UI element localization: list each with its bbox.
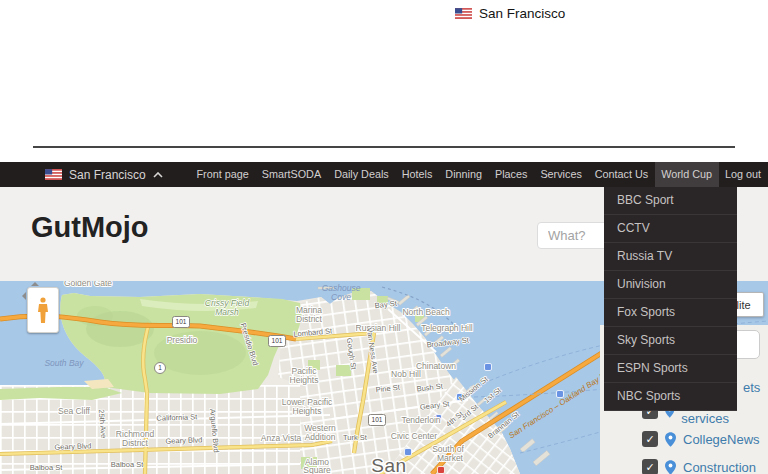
category-label: CollegeNews xyxy=(683,432,760,447)
navbar: San Francisco Front pageSmartSODADaily D… xyxy=(0,162,768,187)
divider xyxy=(33,146,735,148)
nav-item-daily-deals[interactable]: Daily Deals xyxy=(328,162,396,187)
map-label: South Bay xyxy=(44,358,84,368)
map-label: Balboa St xyxy=(30,463,63,472)
route-shield-101: 101 xyxy=(369,415,386,426)
map-label: Marsh xyxy=(215,307,239,317)
street-view-pegman[interactable] xyxy=(27,287,59,333)
map-label: District xyxy=(122,438,149,448)
svg-text:101: 101 xyxy=(176,318,187,325)
nav-menu: Front pageSmartSODADaily DealsHotelsDinn… xyxy=(190,162,768,187)
city-selector[interactable]: San Francisco xyxy=(45,162,163,187)
map-label: Heights xyxy=(293,406,322,416)
map-label: Heights xyxy=(290,375,319,385)
city-selector-label: San Francisco xyxy=(69,168,146,182)
map-label: Geary Blvd xyxy=(165,435,202,445)
map-label: Balboa St xyxy=(111,460,144,469)
nav-item-world-cup[interactable]: World Cup xyxy=(655,162,719,187)
map-label: Telegraph Hill xyxy=(421,323,473,333)
map-label: Golden Gate xyxy=(64,281,112,288)
nav-item-front-page[interactable]: Front page xyxy=(190,162,255,187)
category-item-collegenews[interactable]: ✓CollegeNews xyxy=(600,425,768,453)
category-item-construction[interactable]: ✓Construction xyxy=(600,453,768,474)
chevron-up-icon xyxy=(153,172,163,178)
pegman-icon xyxy=(37,297,49,324)
map-label: Sea Cliff xyxy=(58,406,91,416)
map-label: Anza Vista xyxy=(261,433,302,443)
map-label: Nob Hill xyxy=(391,369,421,379)
map-label: District xyxy=(296,314,323,324)
map-grid-richmond xyxy=(0,385,310,474)
us-flag-icon xyxy=(455,8,472,19)
transit-icon xyxy=(485,364,492,371)
dropdown-item-nbc-sports[interactable]: NBC Sports xyxy=(604,383,737,411)
checkbox[interactable]: ✓ xyxy=(642,431,658,447)
map-label: Addition xyxy=(305,432,336,442)
dropdown-item-cctv[interactable]: CCTV xyxy=(604,215,737,243)
map-label: Geary Blvd xyxy=(54,441,91,451)
nav-item-log-out[interactable]: Log out xyxy=(719,162,768,187)
dropdown-item-russia-tv[interactable]: Russia TV xyxy=(604,243,737,271)
nav-item-smartsoda[interactable]: SmartSODA xyxy=(255,162,327,187)
dropdown-item-univision[interactable]: Univision xyxy=(604,271,737,299)
us-flag-icon xyxy=(45,169,62,180)
nav-item-contact-us[interactable]: Contact Us xyxy=(588,162,654,187)
map-label: Market xyxy=(437,453,464,463)
checkbox[interactable]: ✓ xyxy=(642,459,658,474)
svg-text:101: 101 xyxy=(372,416,383,423)
dropdown-item-fox-sports[interactable]: Fox Sports xyxy=(604,299,737,327)
top-location: San Francisco xyxy=(455,6,565,21)
map-label: North Beach xyxy=(402,307,450,317)
map-label: Presidio xyxy=(167,335,198,345)
map-label: Chinatown xyxy=(416,361,456,371)
map-label: San xyxy=(371,455,406,474)
nav-item-dinning[interactable]: Dinning xyxy=(439,162,489,187)
dropdown-item-bbc-sport[interactable]: BBC Sport xyxy=(604,187,737,215)
nav-item-services[interactable]: Services xyxy=(534,162,588,187)
map-label: Turk St xyxy=(343,433,368,442)
brand-title: GutMojo xyxy=(31,211,149,244)
transit-icon xyxy=(438,467,445,474)
route-shield-101: 101 xyxy=(173,317,190,328)
svg-text:1: 1 xyxy=(158,364,162,371)
nav-item-hotels[interactable]: Hotels xyxy=(395,162,439,187)
category-label: Construction xyxy=(683,460,756,474)
svg-text:101: 101 xyxy=(272,337,283,344)
dropdown-item-espn-sports[interactable]: ESPN Sports xyxy=(604,355,737,383)
map-label: Cove xyxy=(331,292,351,302)
map-label: Russian Hill xyxy=(356,323,401,333)
place-pin-icon xyxy=(665,460,676,474)
map-label: Civic Center xyxy=(391,431,437,441)
map-label: Square xyxy=(303,465,331,474)
place-pin-icon xyxy=(665,432,676,447)
map-label: Tenderloin xyxy=(401,415,440,425)
route-shield-101: 101 xyxy=(269,336,286,347)
nav-item-places[interactable]: Places xyxy=(488,162,533,187)
partial-category-label: ets xyxy=(743,380,760,395)
world-cup-dropdown-menu: BBC SportCCTVRussia TVUnivisionFox Sport… xyxy=(604,187,737,411)
route-shield-1: 1 xyxy=(155,363,166,374)
map-label: California St xyxy=(156,412,198,422)
top-location-label: San Francisco xyxy=(479,6,565,21)
dropdown-item-sky-sports[interactable]: Sky Sports xyxy=(604,327,737,355)
